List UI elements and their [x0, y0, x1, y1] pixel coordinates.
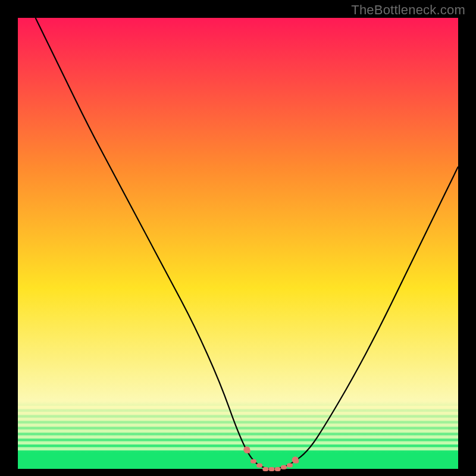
bottleneck-chart — [0, 0, 476, 476]
svg-rect-11 — [262, 467, 268, 471]
svg-rect-15 — [287, 463, 293, 467]
svg-rect-1 — [18, 412, 458, 415]
svg-rect-6 — [18, 441, 458, 444]
svg-rect-5 — [18, 436, 458, 439]
svg-rect-12 — [269, 467, 275, 471]
plot-area — [18, 18, 458, 469]
svg-rect-3 — [18, 424, 458, 427]
svg-point-18 — [292, 456, 299, 463]
svg-rect-10 — [256, 464, 262, 468]
svg-rect-2 — [18, 418, 458, 421]
svg-rect-0 — [18, 406, 458, 409]
svg-rect-14 — [281, 465, 287, 469]
svg-point-17 — [243, 446, 250, 453]
svg-rect-13 — [275, 467, 281, 471]
svg-rect-7 — [18, 447, 458, 450]
svg-rect-9 — [250, 459, 256, 464]
chart-stage: TheBottleneck.com — [0, 0, 476, 476]
watermark-text: TheBottleneck.com — [351, 2, 465, 18]
